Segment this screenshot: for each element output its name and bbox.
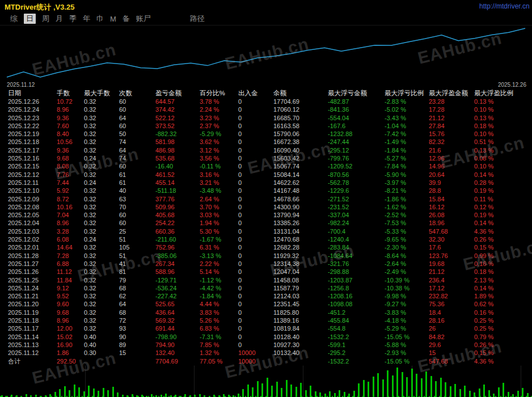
table-body: 2025.12.2610.720.3260644.573.78 %017704.… [8,98,532,365]
table-cell: 2025.12.04 [8,219,57,227]
table-cell: 13790.94 [273,211,328,219]
price-bar [459,389,461,397]
table-cell: -798.90 [155,333,200,341]
table-cell: 7.44 [57,179,84,187]
table-cell: -5.02 % [385,105,429,113]
table-cell: 51 [119,235,155,243]
table-cell: 6.08 [57,235,84,243]
table-row: 2025.12.239.360.3264522.123.23 %016685.7… [8,114,532,122]
table-cell: -298.88 [328,268,385,276]
table-cell: 0 [238,341,273,349]
table-cell: -2.49 % [385,268,429,276]
price-bar [396,368,398,397]
table-cell: 7.04 [57,211,84,219]
price-bar [228,395,230,397]
table-row: 2025.12.0810.160.3270509.963.70 %014300.… [8,203,532,211]
table-cell: 2025.12.26 [8,98,57,105]
table-cell: 0.08 % [474,154,514,162]
table-cell: 0.19 % [474,211,514,219]
table-cell: 794.90 [155,341,200,349]
table-cell: -9.65 % [385,235,429,243]
table-cell: -1532.2 [328,333,385,341]
table-cell: 11.84 [57,276,84,284]
table-cell: 12314.38 [273,260,328,268]
table-cell: -1.04 % [385,122,429,130]
table-cell: 0 [238,316,273,324]
column-header-4: 次数 [119,89,155,98]
table-cell: 0.99 % [474,252,514,260]
table-cell: 3.62 % [200,138,238,146]
column-header-7: 出入金 [238,89,273,98]
table-row: 2025.12.117.440.2461455.143.21 %014622.6… [8,179,532,187]
table-cell: 2025.11.14 [8,333,57,341]
table-cell: 660.36 [155,227,200,235]
table-cell: 0.32 [84,292,119,300]
price-bar [348,394,350,397]
table-cell: 2025.11.19 [8,309,57,316]
table-cell: 28.8 [429,187,474,195]
website-link[interactable]: http://mtdriver.cn [479,2,530,10]
table-row: 2025.11.121.860.3015132.401.32 %10000101… [8,349,532,357]
tab-8[interactable]: M [110,15,116,23]
table-cell: 0.10 % [474,105,514,113]
price-bar [161,395,162,397]
table-row: 2025.12.0114.640.32105752.966.31 %012682… [8,243,532,251]
column-header-6: 百分比% [200,89,238,98]
table-row: 2025.12.1810.560.3274581.983.62 %016672.… [8,138,532,146]
table-cell: -1229.6 [328,187,385,195]
table-cell: 9.60 [57,300,84,308]
table-cell: 2025.12.03 [8,227,57,235]
table-cell: -3.13 % [200,252,238,260]
table-cell: -2.93 % [385,349,429,357]
price-bar [324,394,326,397]
table-cell: 0.14 % [474,219,514,227]
table-cell: 0.15 % [474,349,514,357]
table-cell: 5.14 % [200,268,238,276]
table-cell: -2.52 % [385,211,429,219]
table-cell: 292.50 [57,357,84,365]
table-cell: 合计 [8,357,57,365]
price-bar [141,395,143,397]
table-cell: 0 [238,211,273,219]
table-cell: 0.32 [84,171,119,179]
price-bar [474,392,475,397]
table-cell: -7.84 % [385,162,429,170]
table-cell [273,357,328,365]
table-row: 2025.12.227.600.3260373.522.37 %016163.5… [8,122,532,130]
table-cell: -7.42 % [385,130,429,138]
price-bar [402,372,403,397]
period-separator-line [194,366,195,397]
table-cell: 11587.79 [273,284,328,292]
price-bar [257,381,259,397]
price-bar [522,388,523,397]
price-bar [88,386,90,397]
table-cell: 0.32 [84,316,119,324]
price-bar [184,394,186,397]
table-cell: -455.84 [328,316,385,324]
table-cell: 0.32 [84,138,119,146]
table-cell: 405.68 [155,211,200,219]
table-cell: 11458.08 [273,276,328,284]
table-cell: 0.32 [84,114,119,122]
table-cell: 51 [119,252,155,260]
table-cell: 2025.12.23 [8,114,57,122]
column-header-2: 手数 [57,89,84,98]
table-cell: 0.40 [84,341,119,349]
table-row: 2025.11.249.120.3268-536.24-4.42 %011587… [8,284,532,292]
table-cell: 12470.68 [273,235,328,243]
table-cell: -10.39 % [385,276,429,284]
table-cell: 0 [238,162,273,170]
table-row: 2025.12.158.080.3260-16.40-0.11 %015067.… [8,162,532,170]
table-cell: 2.64 % [200,195,238,203]
table-cell: 8.72 [57,195,84,203]
equity-line [7,28,525,77]
table-cell: 0.32 [84,227,119,235]
table-cell: 2.22 % [200,260,238,268]
table-cell: 377.76 [155,195,200,203]
table-cell: 254.22 [155,219,200,227]
table-cell: 6.88 [57,260,84,268]
table-cell: 60 [119,98,155,105]
price-bar [469,391,471,397]
table-cell: 581.98 [155,138,200,146]
table-cell: 93 [119,324,155,332]
